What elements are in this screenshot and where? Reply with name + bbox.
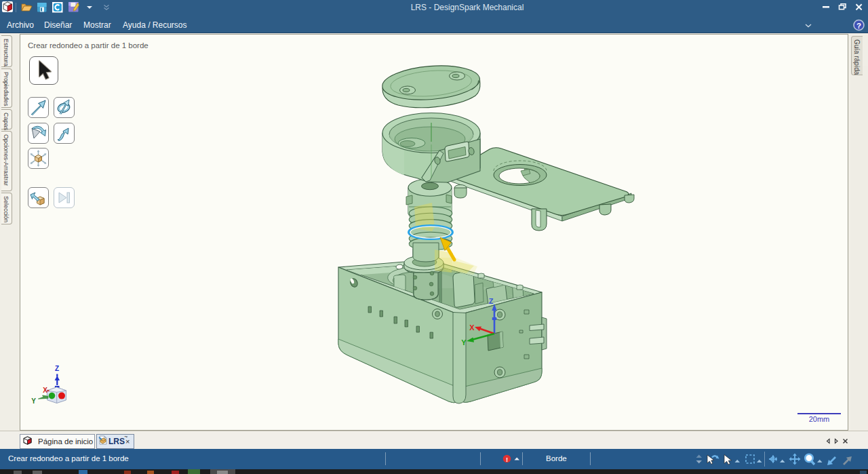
svg-text:Z: Z bbox=[55, 365, 59, 372]
svg-text:Y: Y bbox=[31, 397, 36, 405]
svg-text:X: X bbox=[469, 323, 475, 332]
svg-text:X: X bbox=[43, 387, 47, 394]
svg-text:Z: Z bbox=[489, 297, 494, 305]
svg-text:20mm: 20mm bbox=[809, 415, 830, 423]
svg-text:Y: Y bbox=[461, 338, 467, 347]
